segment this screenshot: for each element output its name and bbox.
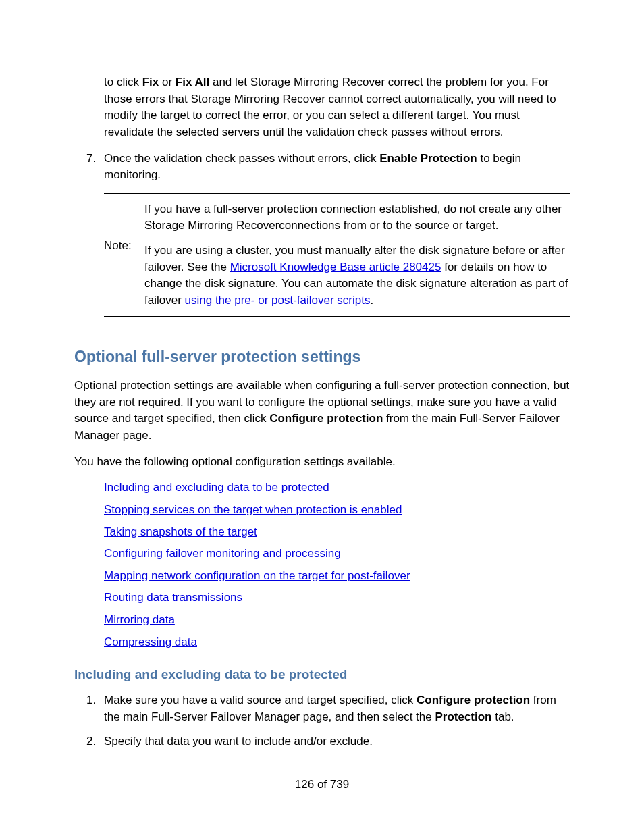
link-failover-scripts[interactable]: using the pre- or post-failover scripts: [185, 294, 371, 307]
document-page: to click Fix or Fix All and let Storage …: [0, 0, 644, 834]
optional-settings-link-list: Including and excluding data to be prote…: [104, 479, 570, 650]
note-para-1: If you have a full-server protection con…: [144, 201, 570, 234]
section-para-1: Optional protection settings are availab…: [74, 377, 570, 444]
step-2-text: Specify that data you want to include an…: [104, 735, 373, 748]
list-item-6-continuation: to click Fix or Fix All and let Storage …: [74, 74, 570, 141]
note-content: If you have a full-server protection con…: [144, 201, 570, 309]
note-block: Note: If you have a full-server protecti…: [104, 193, 570, 317]
note-label: Note:: [104, 201, 144, 255]
link-network-mapping[interactable]: Mapping network configuration on the tar…: [104, 569, 410, 582]
link-failover-monitoring[interactable]: Configuring failover monitoring and proc…: [104, 547, 341, 560]
step-1: 1. Make sure you have a valid source and…: [74, 692, 570, 725]
note-para-2: If you are using a cluster, you must man…: [144, 242, 570, 309]
heading-include-exclude: Including and excluding data to be prote…: [74, 665, 570, 684]
heading-optional-settings: Optional full-server protection settings: [74, 346, 570, 368]
page-footer: 126 of 739: [0, 777, 644, 793]
list-marker: 2.: [86, 733, 96, 750]
include-exclude-steps: 1. Make sure you have a valid source and…: [74, 692, 570, 750]
procedure-list-continued: to click Fix or Fix All and let Storage …: [74, 74, 570, 184]
step-1-text: Make sure you have a valid source and ta…: [104, 694, 556, 723]
list-item-7: 7. Once the validation check passes with…: [74, 151, 570, 184]
section-para-2: You have the following optional configur…: [74, 454, 570, 471]
step-2: 2. Specify that data you want to include…: [74, 733, 570, 750]
item7-text: Once the validation check passes without…: [104, 152, 521, 182]
link-compressing[interactable]: Compressing data: [104, 635, 197, 648]
list-marker: 7.: [86, 151, 96, 167]
link-stopping-services[interactable]: Stopping services on the target when pro…: [104, 503, 402, 516]
list-marker: 1.: [86, 692, 96, 709]
link-snapshots[interactable]: Taking snapshots of the target: [104, 525, 257, 538]
link-mirroring[interactable]: Mirroring data: [104, 613, 175, 626]
link-routing[interactable]: Routing data transmissions: [104, 591, 242, 604]
item6-text: to click Fix or Fix All and let Storage …: [104, 76, 556, 138]
link-include-exclude[interactable]: Including and excluding data to be prote…: [104, 481, 329, 494]
link-ms-kb-280425[interactable]: Microsoft Knowledge Base article 280425: [230, 261, 441, 273]
